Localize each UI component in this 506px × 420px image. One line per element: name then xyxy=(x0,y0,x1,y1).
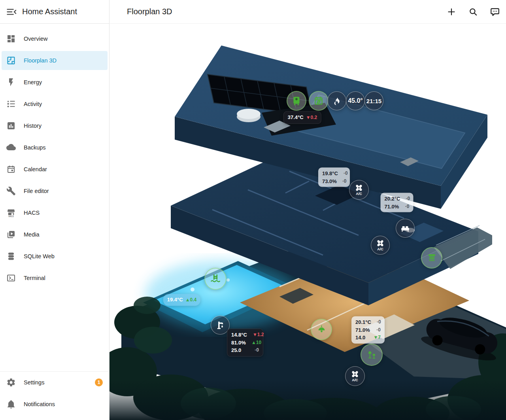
node-calendar-sync[interactable] xyxy=(309,91,329,111)
badge-pool-temp[interactable]: 19.4°C ▲0.4 xyxy=(163,294,200,306)
view-dashboard-icon xyxy=(6,34,16,44)
badge-upstairs-climate[interactable]: 19.8°C·0 73.0%·0 xyxy=(318,168,350,187)
node-solar-temp[interactable]: 45.0° xyxy=(346,91,365,110)
node-time[interactable]: 21:15 xyxy=(364,91,383,110)
lightning-bolt-icon xyxy=(6,78,16,87)
sidebar-item-floorplan-3d[interactable]: Floorplan 3D xyxy=(2,51,108,70)
main-header: Floorplan 3D xyxy=(110,0,506,24)
cog-icon xyxy=(6,378,16,387)
app-title: Home Assistant xyxy=(22,7,77,16)
window-blinds-icon xyxy=(427,253,437,263)
node-ac-upstairs[interactable]: A/C xyxy=(349,180,369,200)
sidebar-bottom: Settings 1 Notifications xyxy=(0,371,109,416)
bed-icon xyxy=(400,223,410,233)
badge-bathroom-climate[interactable]: 14.8°C▼1.2 81.0%▲10 25.0·0 xyxy=(227,329,263,357)
assist-chat-icon[interactable] xyxy=(485,2,504,21)
node-blinds[interactable] xyxy=(421,247,442,269)
search-icon[interactable] xyxy=(464,2,483,21)
database-icon xyxy=(6,252,16,261)
node-pool[interactable] xyxy=(204,268,227,290)
ceiling-light-icon xyxy=(316,324,327,335)
list-bulleted-icon xyxy=(6,99,16,109)
calendar-icon xyxy=(6,165,16,174)
sidebar-item-media[interactable]: Media xyxy=(2,225,108,244)
badge-living-room-climate[interactable]: 20.1°C·0 71.0%·0 14.0▼7 xyxy=(351,316,385,344)
sidebar-item-settings[interactable]: Settings 1 xyxy=(2,373,108,392)
fan-icon: A/C xyxy=(375,239,385,252)
node-ac-living[interactable]: A/C xyxy=(345,366,365,386)
storefront-icon: HACS xyxy=(6,208,16,218)
console-icon xyxy=(6,273,16,283)
floor-lamp-icon xyxy=(366,349,378,361)
page-title: Floorplan 3D xyxy=(127,7,172,16)
svg-text:A/C: A/C xyxy=(356,192,362,196)
node-bed[interactable] xyxy=(396,219,415,238)
sidebar: Home Assistant Overview Floorplan 3D Ene… xyxy=(0,0,110,420)
sidebar-item-file-editor[interactable]: File editor xyxy=(2,182,108,201)
floorplan-3d-render xyxy=(110,24,506,420)
node-floor-lamps[interactable] xyxy=(361,344,383,366)
pool-ladder-icon xyxy=(210,273,221,285)
header-actions xyxy=(442,2,504,21)
sidebar-item-overview[interactable]: Overview xyxy=(2,29,108,48)
wrench-icon xyxy=(6,186,16,196)
fire-icon xyxy=(332,96,342,106)
sidebar-header: Home Assistant xyxy=(0,0,109,24)
sidebar-item-energy[interactable]: Energy xyxy=(2,73,108,92)
chart-box-icon xyxy=(6,121,16,131)
sidebar-item-activity[interactable]: Activity xyxy=(2,95,108,114)
node-water-heater[interactable] xyxy=(287,91,306,111)
settings-update-badge: 1 xyxy=(95,378,103,386)
node-ceiling-light[interactable] xyxy=(311,319,332,340)
floorplan-3d-view: 45.0° 21:15 37.4°C ▼0.2 19.8°C·0 73.0%·0… xyxy=(110,24,506,420)
solar-temp-value: 45.0° xyxy=(348,97,363,104)
plus-icon[interactable] xyxy=(442,2,461,21)
sidebar-item-sqlite-web[interactable]: SQLite Web xyxy=(2,247,108,266)
calendar-sync-icon xyxy=(313,96,324,106)
node-fire[interactable] xyxy=(327,91,346,110)
svg-text:A/C: A/C xyxy=(352,378,358,382)
faucet-icon xyxy=(215,320,225,330)
sidebar-nav: Overview Floorplan 3D Energy Activity Hi… xyxy=(0,24,109,288)
water-heater-icon xyxy=(291,96,302,106)
time-value: 21:15 xyxy=(366,98,381,104)
svg-text:HACS: HACS xyxy=(8,216,13,218)
bell-icon xyxy=(6,399,16,409)
sidebar-item-hacs[interactable]: HACS HACS xyxy=(2,203,108,222)
sidebar-item-notifications[interactable]: Notifications xyxy=(2,395,108,414)
sidebar-item-backups[interactable]: Backups xyxy=(2,138,108,157)
badge-boiler-temp[interactable]: 37.4°C ▼0.2 xyxy=(283,111,321,124)
menu-open-icon[interactable] xyxy=(5,5,18,19)
sidebar-item-terminal[interactable]: Terminal xyxy=(2,269,108,288)
cloud-icon xyxy=(6,143,16,152)
play-box-multiple-icon xyxy=(6,230,16,239)
fan-icon: A/C xyxy=(354,184,364,196)
svg-text:A/C: A/C xyxy=(377,247,383,251)
home-assistant-app: { "app": { "title": "Home Assistant" }, … xyxy=(0,0,506,420)
sidebar-item-history[interactable]: History xyxy=(2,116,108,135)
node-ac-bedroom[interactable]: A/C xyxy=(371,236,390,255)
floor-plan-icon xyxy=(6,56,16,65)
sidebar-item-calendar[interactable]: Calendar xyxy=(2,160,108,179)
badge-bedroom-climate[interactable]: 20.2°C·0 71.0%·0 xyxy=(381,193,413,212)
fan-icon: A/C xyxy=(350,370,360,382)
